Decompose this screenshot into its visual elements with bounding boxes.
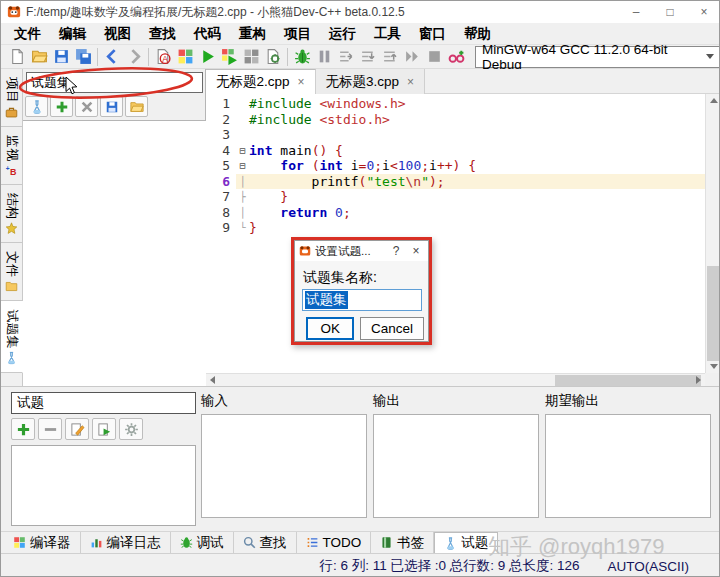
menu-item-1[interactable]: 编辑 <box>50 23 95 44</box>
sidebar-tab-watch[interactable]: 监视+B <box>1 127 23 185</box>
dialog-name-input[interactable]: 试题集 <box>302 289 422 311</box>
compile-run-button[interactable] <box>218 46 240 68</box>
menu-item-6[interactable]: 项目 <box>275 23 320 44</box>
editor-tab-untitled3[interactable]: 无标题3.cpp× <box>316 69 426 94</box>
run-to-cursor-button[interactable] <box>401 46 423 68</box>
add-problem-button[interactable] <box>50 96 73 117</box>
save-all-button[interactable] <box>72 46 94 68</box>
token-pl <box>249 205 280 220</box>
horizontal-scrollbar[interactable] <box>206 373 705 386</box>
menu-item-0[interactable]: 文件 <box>5 23 50 44</box>
scroll-down-icon[interactable] <box>710 364 718 369</box>
minimize-icon[interactable]: – <box>619 1 653 23</box>
dialog-help-icon[interactable]: ? <box>388 244 404 258</box>
menu-item-8[interactable]: 工具 <box>365 23 410 44</box>
menu-item-5[interactable]: 重构 <box>230 23 275 44</box>
save-problem-set-button[interactable] <box>100 96 123 117</box>
navigate-forward-button[interactable] <box>123 46 145 68</box>
run-test-button[interactable] <box>92 418 116 440</box>
dialog-title-bar: 设置试题... ? × <box>295 241 428 261</box>
step-out-button[interactable] <box>379 46 401 68</box>
scroll-up-icon[interactable] <box>710 98 718 103</box>
ok-button[interactable]: OK <box>306 317 354 340</box>
code-line[interactable]: 7├ } <box>206 189 705 205</box>
tests-list[interactable] <box>11 445 196 526</box>
bottom-tab-todo[interactable]: TODO <box>297 532 372 553</box>
output-textarea[interactable] <box>373 414 539 518</box>
token-hdr: <stdio.h> <box>319 112 389 127</box>
bottom-tab-compile-log[interactable]: 编译日志 <box>81 532 171 553</box>
add-test-button[interactable] <box>11 418 35 440</box>
editor-tab-untitled2[interactable]: 无标题2.cpp× <box>206 69 316 94</box>
code-line[interactable]: 2#include <stdio.h> <box>206 112 705 128</box>
menu-item-2[interactable]: 视图 <box>95 23 140 44</box>
save-button[interactable] <box>50 46 72 68</box>
bottom-tab-tests[interactable]: 试题 <box>434 532 498 553</box>
fold-marker: │ <box>236 174 249 190</box>
vertical-scroll-thumb[interactable] <box>707 266 720 361</box>
bottom-tab-search[interactable]: 查找 <box>234 532 297 553</box>
stop-button[interactable] <box>423 46 445 68</box>
navigate-back-button[interactable] <box>101 46 123 68</box>
add-watch-button[interactable] <box>445 46 467 68</box>
menu-item-4[interactable]: 代码 <box>185 23 230 44</box>
code-line[interactable]: 5⊟ for (int i=0;i<100;i++) { <box>206 158 705 174</box>
pause-button[interactable] <box>313 46 335 68</box>
line-number: 3 <box>206 127 236 143</box>
bottom-tab-debug[interactable]: 调试 <box>171 532 234 553</box>
code-line[interactable]: 1#include <windows.h> <box>206 96 705 112</box>
problem-set-list[interactable] <box>23 120 206 386</box>
tab-close-icon[interactable]: × <box>298 75 305 89</box>
token-pp: #include <box>249 96 319 111</box>
code-line[interactable]: 3 <box>206 127 705 143</box>
structure-icon <box>6 222 19 235</box>
compile-all-button[interactable] <box>174 46 196 68</box>
vertical-scrollbar[interactable] <box>705 94 720 373</box>
close-icon[interactable]: × <box>687 1 720 23</box>
code-line[interactable]: 4⊟int main() { <box>206 143 705 159</box>
bottom-tab-bookmarks[interactable]: 书签 <box>371 532 434 553</box>
fold-marker <box>236 127 249 143</box>
edit-test-button[interactable] <box>65 418 89 440</box>
profile-button[interactable] <box>262 46 284 68</box>
code-line[interactable]: 8│ return 0; <box>206 205 705 221</box>
open-problem-set-button[interactable] <box>125 96 148 117</box>
code-line[interactable]: 6│ printf("test\n"); <box>206 174 705 190</box>
compiler-set-dropdown[interactable]: MinGW-w64 GCC 11.2.0 64-bit Debug <box>475 46 720 68</box>
expected-output-textarea[interactable] <box>545 414 711 518</box>
maximize-icon[interactable]: □ <box>653 1 687 23</box>
cancel-button[interactable]: Cancel <box>360 317 424 340</box>
run-button[interactable] <box>196 46 218 68</box>
problem-set-name-input[interactable] <box>26 72 203 93</box>
step-into-button[interactable] <box>357 46 379 68</box>
fold-marker[interactable]: ⊟ <box>236 143 249 159</box>
new-problem-set-button[interactable] <box>25 96 48 117</box>
sidebar-tab-structure[interactable]: 结构 <box>1 185 23 243</box>
dialog-close-icon[interactable]: × <box>408 244 424 258</box>
bottom-tab-compiler[interactable]: 编译器 <box>4 532 81 553</box>
menu-item-3[interactable]: 查找 <box>140 23 185 44</box>
debug-button[interactable] <box>291 46 313 68</box>
fold-marker[interactable]: ⊟ <box>236 158 249 174</box>
input-textarea[interactable] <box>201 414 367 518</box>
remove-test-button[interactable] <box>38 418 62 440</box>
remove-problem-button[interactable] <box>75 96 98 117</box>
rebuild-all-button[interactable] <box>240 46 262 68</box>
menu-item-9[interactable]: 窗口 <box>410 23 455 44</box>
test-options-gear-icon[interactable] <box>119 418 143 440</box>
scroll-left-icon[interactable] <box>210 376 215 384</box>
step-over-button[interactable] <box>335 46 357 68</box>
sidebar-tab-project[interactable]: 项目 <box>1 69 23 127</box>
compile-button[interactable]: A <box>152 46 174 68</box>
tab-close-icon[interactable]: × <box>407 75 414 89</box>
sidebar-tab-problem-set[interactable]: 试题集 <box>1 301 23 373</box>
sidebar-tab-files[interactable]: 文件 <box>1 243 23 301</box>
scroll-right-icon[interactable] <box>696 376 701 384</box>
code-editor[interactable]: 1#include <windows.h>2#include <stdio.h>… <box>206 94 705 373</box>
horizontal-scroll-thumb[interactable] <box>555 375 701 386</box>
code-line[interactable]: 9└} <box>206 220 705 236</box>
new-file-button[interactable] <box>6 46 28 68</box>
line-number: 6 <box>206 174 236 190</box>
menu-item-7[interactable]: 运行 <box>320 23 365 44</box>
open-file-button[interactable] <box>28 46 50 68</box>
